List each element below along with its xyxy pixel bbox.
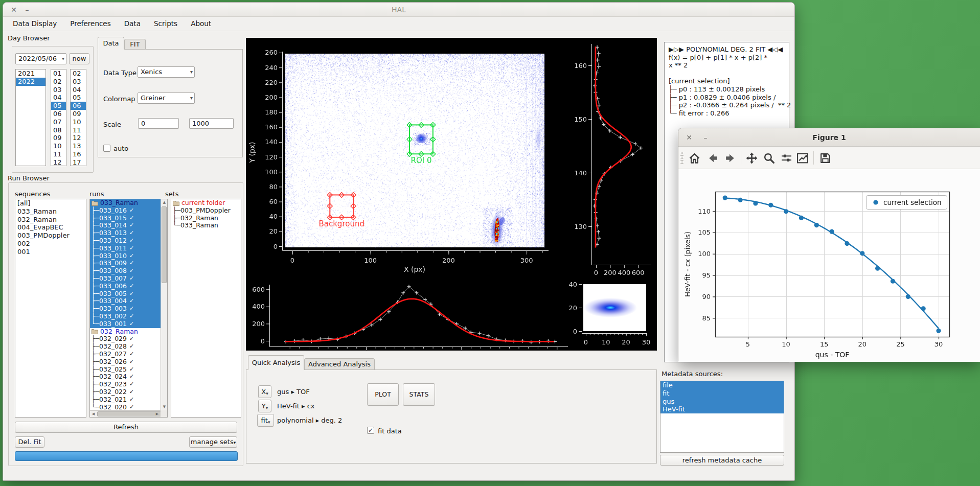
sequence-item-002[interactable]: 002	[15, 240, 86, 248]
run-item-033_004[interactable]: ├─ 033_004✓	[90, 297, 161, 305]
day-item-03[interactable]: 03	[71, 78, 86, 86]
main-plot-canvas[interactable]	[246, 38, 657, 351]
metadata-item-gus[interactable]: gus	[660, 398, 784, 406]
month-item-09[interactable]: 09	[51, 134, 66, 142]
tab-advanced-analysis[interactable]: Advanced Analysis	[304, 358, 375, 370]
day-item-12[interactable]: 12	[71, 134, 86, 142]
refresh-button[interactable]: Refresh	[15, 422, 237, 433]
metadata-list[interactable]: filefitgusHeV-fit	[660, 381, 784, 453]
run-item-033_001[interactable]: └─ 033_001✓	[90, 320, 161, 328]
month-item-07[interactable]: 07	[51, 118, 66, 126]
set-item-003_PMDoppler[interactable]: ├─ 003_PMDoppler	[171, 207, 241, 215]
x-variable-button[interactable]: X▾	[258, 385, 271, 398]
days-list[interactable]: 02030405060910111213161718	[70, 69, 86, 166]
run-item-032_029[interactable]: ├─ 032_029✓	[90, 335, 161, 343]
stats-button[interactable]: STATS	[403, 383, 435, 406]
run-item-033_015[interactable]: ├─ 033_015✓	[90, 215, 161, 222]
run-item-033_010[interactable]: ├─ 033_010✓	[90, 252, 161, 260]
month-item-08[interactable]: 08	[51, 126, 66, 134]
menu-item-data-display[interactable]: Data Display	[6, 17, 63, 31]
date-combo[interactable]: 2022/05/06 ▾	[15, 53, 66, 64]
run-item-033_016[interactable]: ├─ 033_016✓	[90, 207, 161, 215]
run-item-032_020[interactable]: └─ 032_020✓	[90, 404, 161, 410]
figure-plot-canvas[interactable]	[678, 169, 980, 362]
data-type-combo[interactable]: Xenics ▾	[138, 66, 195, 78]
plot-button[interactable]: PLOT	[367, 383, 399, 406]
set-item-033_Raman[interactable]: └─ 033_Raman	[171, 222, 241, 229]
scroll-down-icon[interactable]: ▼	[161, 404, 168, 410]
scroll-up-icon[interactable]: ▲	[161, 199, 168, 206]
figure-titlebar[interactable]: ✕ – Figure 1	[678, 128, 980, 147]
pan-icon[interactable]	[744, 150, 759, 166]
scale-max-input[interactable]: 1000	[189, 118, 234, 129]
sequence-item-032_Raman[interactable]: 032_Raman	[15, 216, 86, 224]
run-item-033_002[interactable]: ├─ 033_002✓	[90, 313, 161, 320]
home-icon[interactable]	[687, 150, 702, 166]
runs-tree[interactable]: 033_Raman├─ 033_016✓├─ 033_015✓├─ 033_01…	[90, 199, 161, 410]
tab-quick-analysis[interactable]: Quick Analysis	[248, 355, 304, 370]
run-item-033_013[interactable]: ├─ 033_013✓	[90, 229, 161, 237]
runs-list[interactable]: 033_Raman├─ 033_016✓├─ 033_015✓├─ 033_01…	[89, 199, 168, 418]
run-item-033_003[interactable]: ├─ 033_003✓	[90, 305, 161, 313]
runs-folder-033_Raman[interactable]: 033_Raman	[90, 199, 161, 207]
tab-data[interactable]: Data	[98, 37, 124, 50]
refresh-metadata-button[interactable]: refresh metadata cache	[660, 455, 784, 466]
menu-item-scripts[interactable]: Scripts	[147, 17, 184, 31]
run-item-033_007[interactable]: ├─ 033_007✓	[90, 275, 161, 283]
del-fit-button[interactable]: Del. Fit	[15, 436, 44, 448]
manage-sets-button[interactable]: manage sets▾	[189, 436, 237, 448]
run-item-032_024[interactable]: ├─ 032_024✓	[90, 373, 161, 381]
scroll-left-icon[interactable]: ◀	[90, 411, 97, 418]
run-item-032_028[interactable]: ├─ 032_028✓	[90, 343, 161, 351]
run-item-033_009[interactable]: ├─ 033_009✓	[90, 260, 161, 267]
sequence-item-033_Raman[interactable]: 033_Raman	[15, 207, 86, 216]
day-item-06[interactable]: 06	[71, 102, 86, 110]
tab-fit[interactable]: FIT	[124, 39, 146, 50]
runs-folder-032_Raman[interactable]: 032_Raman	[90, 328, 161, 336]
month-item-10[interactable]: 10	[51, 142, 66, 150]
month-item-01[interactable]: 01	[51, 70, 66, 78]
run-item-032_022[interactable]: ├─ 032_022✓	[90, 388, 161, 396]
scroll-right-icon[interactable]: ▶	[154, 411, 161, 418]
day-item-09[interactable]: 09	[71, 110, 86, 118]
fit-data-checkbox[interactable]: ✓	[367, 427, 374, 434]
back-icon[interactable]	[705, 150, 720, 166]
subplots-icon[interactable]	[779, 150, 794, 166]
now-button[interactable]: now	[69, 53, 89, 64]
colormap-combo[interactable]: Greiner ▾	[138, 92, 195, 104]
menu-item-data[interactable]: Data	[118, 17, 147, 31]
fit-select-button[interactable]: fit▾	[257, 414, 274, 427]
month-item-06[interactable]: 06	[51, 110, 66, 118]
forward-icon[interactable]	[722, 150, 738, 166]
run-item-032_026[interactable]: ├─ 032_026✓	[90, 358, 161, 366]
set-item-032_Raman[interactable]: ├─ 032_Raman	[171, 215, 241, 222]
day-item-13[interactable]: 13	[71, 142, 86, 150]
run-item-033_008[interactable]: ├─ 033_008✓	[90, 267, 161, 275]
run-item-032_023[interactable]: ├─ 032_023✓	[90, 381, 161, 388]
day-item-17[interactable]: 17	[71, 158, 86, 166]
hal-titlebar[interactable]: ✕ – HAL	[3, 3, 794, 17]
month-item-04[interactable]: 04	[51, 94, 66, 102]
day-item-04[interactable]: 04	[71, 86, 86, 94]
save-icon[interactable]	[817, 150, 833, 166]
run-item-033_011[interactable]: ├─ 033_011✓	[90, 245, 161, 252]
day-item-10[interactable]: 10	[71, 118, 86, 126]
sequence-item-[all][interactable]: [all]	[15, 199, 86, 207]
axes-edit-icon[interactable]	[795, 150, 810, 166]
sequence-item-004_EvapBEC[interactable]: 004_EvapBEC	[15, 223, 86, 232]
day-item-02[interactable]: 02	[71, 70, 86, 78]
y-variable-button[interactable]: Y▾	[258, 400, 271, 412]
month-item-11[interactable]: 11	[51, 150, 66, 158]
months-list[interactable]: 010203040506070809101112	[51, 69, 66, 166]
metadata-item-HeV-fit[interactable]: HeV-fit	[660, 405, 784, 413]
day-item-16[interactable]: 16	[71, 150, 86, 158]
run-item-033_006[interactable]: ├─ 033_006✓	[90, 283, 161, 290]
runs-vscroll-thumb[interactable]	[162, 206, 167, 283]
day-item-05[interactable]: 05	[71, 94, 86, 102]
month-item-02[interactable]: 02	[51, 78, 66, 86]
run-item-033_014[interactable]: ├─ 033_014✓	[90, 222, 161, 229]
year-item-2021[interactable]: 2021	[16, 70, 45, 78]
metadata-item-fit[interactable]: fit	[660, 389, 784, 398]
run-item-032_025[interactable]: ├─ 032_025✓	[90, 366, 161, 374]
sequence-item-001[interactable]: 001	[15, 248, 86, 256]
